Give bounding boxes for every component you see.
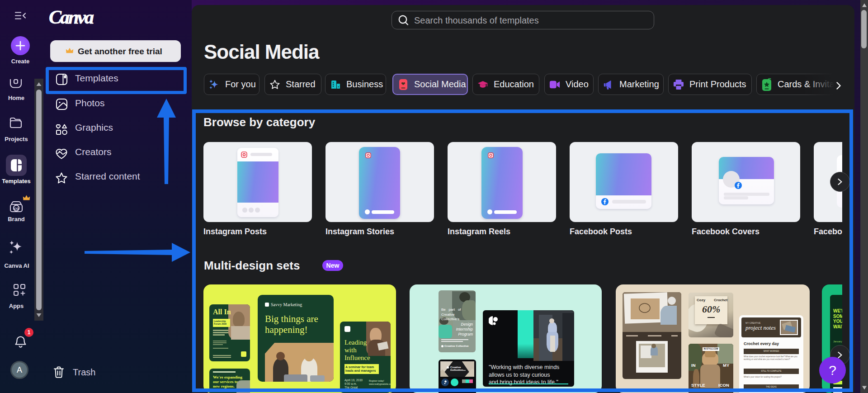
- svg-text:co: co: [14, 206, 19, 211]
- svg-text:Canva: Canva: [49, 7, 94, 28]
